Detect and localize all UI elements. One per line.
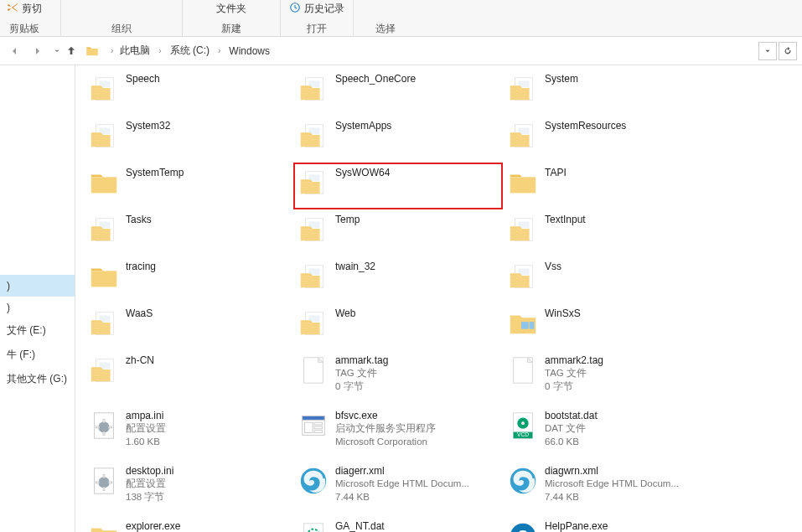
file-tile[interactable]: diagerr.xmlMicrosoft Edge HTML Docum...7… [293,461,503,516]
address-dropdown-button[interactable] [758,42,777,60]
clock-icon [289,2,301,16]
file-sub1: 启动文件服务实用程序 [335,422,436,436]
file-sub1: Microsoft Edge HTML Docum... [545,478,679,491]
file-name: Speech_OneCore [335,72,416,85]
file-name: ammark.tag [335,354,388,367]
file-sub1: 配置设置 [126,422,166,436]
file-name: WaaS [126,307,153,320]
clipboard-group-label: 剪贴板 [9,22,39,37]
file-name: twain_32 [335,260,375,273]
file-tile[interactable]: SystemTemp [84,163,293,209]
file-name: SystemApps [335,119,391,132]
file-tile[interactable]: System [503,69,712,116]
file-name: TextInput [545,213,586,226]
nav-item-2[interactable]: 艾件 (E:) [0,318,75,343]
folder-faded-icon [297,213,330,246]
refresh-button[interactable] [779,42,797,60]
crumb-1[interactable]: 系统 (C:) [170,44,210,58]
file-tile[interactable]: TAPI [503,163,712,209]
select-group-label: 选择 [375,22,396,37]
file-sub2: 0 字节 [545,380,603,394]
nav-back-button[interactable] [5,42,23,60]
file-tile[interactable]: WaaS [84,303,293,350]
crumb-sep-2: › [218,46,220,55]
file-tile[interactable]: zh-CN [84,350,293,397]
ini-icon [87,464,121,498]
tag-icon [506,354,540,387]
file-tile[interactable]: SystemResources [503,116,712,163]
folder-faded-icon [87,213,121,246]
ribbon-group-clipboard: 剪切 剪贴板 [3,0,61,37]
file-tile[interactable]: SysWOW64 [293,163,503,209]
file-tile[interactable]: Speech_OneCore [293,69,503,116]
ribbon-group-new: 文件夹 新建 [183,0,281,37]
file-tile[interactable]: Tasks [84,209,293,256]
navigation-pane[interactable]: ) ) 艾件 (E:) 牛 (F:) 其他文件 (G:) [0,65,75,532]
edge-icon [297,464,330,498]
file-tile[interactable]: desktop.ini配置设置138 字节 [84,461,293,516]
history-button[interactable]: 历史记录 [289,2,344,16]
file-name: SysWOW64 [335,166,390,179]
folder-faded-icon [506,119,540,152]
file-name: Vss [545,260,561,273]
nav-item-1[interactable]: ) [0,297,75,318]
file-tile[interactable]: WinSxS [503,303,712,350]
file-name: Speech [126,72,160,85]
vcd-icon [506,409,540,442]
folder-faded-icon [87,354,121,387]
file-name: explorer.exe [126,519,218,532]
ribbon-group-select: 选择 [354,0,417,37]
file-tile[interactable]: Vss [503,256,712,303]
file-name: Temp [335,213,360,226]
file-name: desktop.ini [126,464,173,478]
file-tile[interactable]: ammark2.tagTAG 文件0 字节 [503,350,712,405]
file-tile[interactable]: Temp [293,209,503,256]
file-tile[interactable]: Speech [84,69,293,116]
file-tile[interactable]: bootstat.datDAT 文件66.0 KB [503,405,712,461]
edge-icon [506,464,540,498]
file-tile[interactable]: ammark.tagTAG 文件0 字节 [293,350,503,405]
nav-item-3[interactable]: 牛 (F:) [0,343,75,367]
file-tile[interactable]: TextInput [503,209,712,256]
file-tile[interactable]: SystemApps [293,116,503,163]
folder-icon [87,260,121,293]
nav-item-4[interactable]: 其他文件 (G:) [0,367,75,391]
nav-item-0[interactable]: ) [0,275,75,297]
file-tile[interactable]: diagwrn.xmlMicrosoft Edge HTML Docum...7… [503,461,712,516]
file-tile[interactable]: HelpPane.exeMicrosoft 帮助和支持 [503,516,712,532]
file-name: System [545,72,578,85]
cut-button[interactable]: 剪切 [7,2,42,16]
folder-icon [87,166,121,199]
nav-dropdown-button[interactable] [52,42,62,60]
crumb-0[interactable]: 此电脑 [120,44,150,58]
folder-faded-icon [506,260,540,293]
file-sub2: 0 字节 [335,380,388,394]
file-tile[interactable]: GA_NT.datDAT 文件 [293,516,503,532]
file-name: diagerr.xml [335,464,469,478]
breadcrumb[interactable]: 此电脑 › 系统 (C:) › Windows [118,44,758,58]
crumb-2[interactable]: Windows [229,45,270,57]
cut-label: 剪切 [22,2,42,16]
file-tile[interactable]: System32 [84,116,293,163]
vcd-outline-icon [297,519,330,532]
help-icon [506,519,540,532]
nav-up-button[interactable] [62,42,80,60]
ini-icon [87,409,121,442]
file-tile[interactable]: tracing [84,256,293,303]
file-grid[interactable]: SpeechSpeech_OneCoreSystemSystem32System… [75,65,802,532]
file-tile[interactable]: bfsvc.exe启动文件服务实用程序Microsoft Corporation [293,405,503,461]
file-name: Tasks [126,213,152,226]
file-name: SystemTemp [126,166,184,179]
file-tile[interactable]: explorer.exeWindows 资源管理器 [84,516,293,532]
file-sub1: TAG 文件 [335,367,388,380]
organize-group-label: 组织 [111,22,132,37]
nav-forward-button[interactable] [28,42,47,60]
file-sub1: DAT 文件 [545,422,598,436]
file-name: tracing [126,260,156,273]
file-tile[interactable]: twain_32 [293,256,503,303]
file-name: bfsvc.exe [335,409,436,422]
file-tile[interactable]: Web [293,303,503,350]
file-tile[interactable]: ampa.ini配置设置1.60 KB [84,405,293,461]
folder-win-icon [506,307,540,340]
file-name: Web [335,307,355,320]
